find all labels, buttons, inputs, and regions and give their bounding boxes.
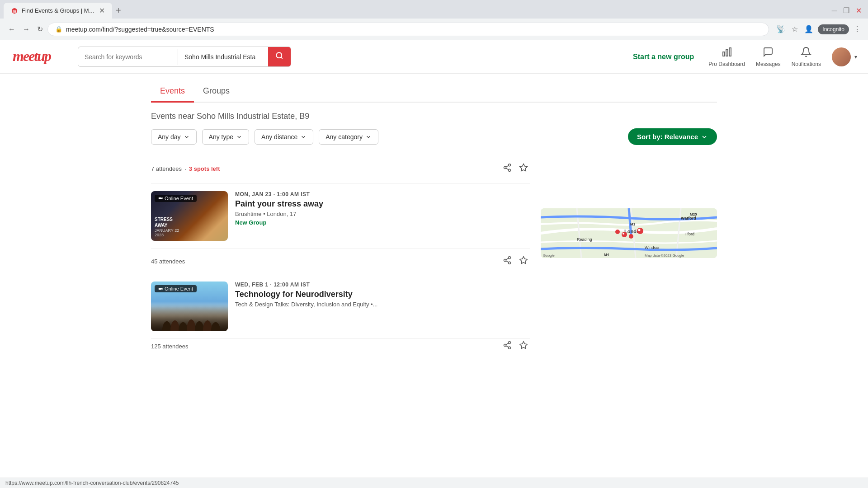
nav-pro-dashboard[interactable]: Pro Dashboard: [708, 47, 745, 67]
tab-close-icon[interactable]: ✕: [99, 6, 105, 15]
forward-button[interactable]: →: [20, 23, 33, 36]
new-tab-button[interactable]: +: [112, 4, 125, 18]
bookmark-button[interactable]: ☆: [790, 23, 800, 35]
main-content: Events Groups Events near Soho Mills Ind…: [140, 81, 728, 359]
sort-button[interactable]: Sort by: Relevance: [628, 128, 717, 145]
attendee-count: 7 attendees: [151, 165, 182, 172]
svg-text:m: m: [13, 9, 16, 13]
svg-text:M1: M1: [630, 222, 636, 226]
nav-messages[interactable]: Messages: [756, 47, 781, 67]
chart-icon: [722, 47, 732, 60]
browser-frame: m Find Events & Groups | Meetup ✕ + ─ ❐ …: [0, 0, 868, 40]
keyword-input[interactable]: [78, 49, 178, 65]
svg-point-51: [629, 234, 633, 239]
svg-point-26: [179, 322, 188, 331]
maximize-button[interactable]: ❐: [840, 5, 852, 17]
search-button[interactable]: [268, 47, 291, 66]
svg-point-33: [509, 347, 511, 349]
refresh-button[interactable]: ↻: [34, 22, 46, 36]
user-menu[interactable]: ▾: [832, 47, 857, 66]
lock-icon: 🔒: [55, 26, 62, 33]
image-date: JANUARY 222023: [155, 228, 179, 237]
table-row: 7 attendees · 3 spots left: [151, 154, 530, 184]
event-actions: [501, 161, 530, 176]
svg-text:M4: M4: [604, 253, 609, 257]
svg-rect-5: [723, 52, 725, 56]
svg-marker-23: [161, 288, 163, 290]
close-button[interactable]: ✕: [853, 5, 864, 17]
online-badge: Online Event: [155, 285, 197, 292]
event-date: MON, JAN 23 · 1:00 AM IST: [235, 191, 523, 197]
event-image: Online Event: [151, 282, 228, 331]
svg-point-24: [162, 321, 171, 331]
filter-type[interactable]: Any type: [202, 129, 249, 145]
minimize-button[interactable]: ─: [829, 5, 840, 17]
svg-text:Windsor: Windsor: [645, 245, 660, 250]
event-group[interactable]: New Group: [235, 219, 523, 226]
svg-point-49: [623, 233, 624, 235]
svg-line-20: [506, 258, 509, 259]
svg-line-4: [281, 57, 282, 58]
save-button[interactable]: [517, 254, 530, 269]
start-group-link[interactable]: Start a new group: [633, 53, 694, 61]
event-details: WED, FEB 1 · 12:00 AM IST Technology for…: [228, 282, 530, 331]
event-title[interactable]: Technology for Neurodiversity: [235, 290, 523, 299]
event-actions: [501, 254, 530, 269]
attendee-count: 125 attendees: [151, 343, 188, 350]
save-button[interactable]: [517, 161, 530, 176]
event-actions: [501, 339, 530, 354]
svg-point-16: [509, 257, 511, 259]
map-container[interactable]: M25 M4 M1 Watford London Reading Windsor…: [541, 208, 717, 258]
svg-point-27: [187, 319, 196, 331]
incognito-button[interactable]: Incognito: [818, 24, 849, 34]
browser-tab[interactable]: m Find Events & Groups | Meetup ✕: [4, 3, 112, 19]
cast-button[interactable]: 📡: [774, 23, 787, 35]
avatar-chevron-icon[interactable]: ▾: [854, 54, 857, 60]
event-footer-tech: 125 attendees: [151, 339, 530, 359]
share-button[interactable]: [501, 339, 514, 354]
spots-left: 3 spots left: [189, 165, 220, 172]
svg-point-18: [509, 262, 511, 264]
svg-line-11: [506, 168, 509, 169]
attendee-count: 45 attendees: [151, 258, 185, 265]
image-text: STRESSAWAY: [155, 216, 179, 228]
bell-icon: [801, 47, 811, 60]
tab-events[interactable]: Events: [151, 81, 194, 103]
svg-marker-13: [520, 164, 528, 171]
svg-point-47: [638, 229, 641, 231]
tab-groups[interactable]: Groups: [194, 81, 239, 103]
svg-line-34: [506, 346, 509, 347]
svg-point-48: [622, 232, 627, 237]
profile-button[interactable]: 👤: [802, 23, 815, 35]
svg-point-10: [509, 169, 511, 171]
svg-text:Map data ©2023 Google: Map data ©2023 Google: [645, 253, 684, 258]
filter-distance[interactable]: Any distance: [255, 129, 313, 145]
page-subtitle: Events near Soho Mills Industrial Estate…: [151, 112, 717, 121]
address-bar[interactable]: 🔒 meetup.com/find/?suggested=true&source…: [47, 23, 769, 36]
svg-point-8: [509, 164, 511, 166]
filter-category[interactable]: Any category: [319, 129, 378, 145]
svg-rect-7: [729, 48, 731, 56]
menu-button[interactable]: ⋮: [852, 23, 863, 35]
browser-actions: 📡 ☆ 👤 Incognito ⋮: [774, 23, 863, 35]
event-date: WED, FEB 1 · 12:00 AM IST: [235, 282, 523, 288]
filter-day[interactable]: Any day: [151, 129, 197, 145]
event-title[interactable]: Paint your stress away: [235, 199, 523, 209]
event-location: Brushtime • London, 17: [235, 211, 523, 217]
share-button[interactable]: [501, 254, 514, 269]
user-avatar[interactable]: [832, 47, 851, 66]
content-layout: 7 attendees · 3 spots left: [151, 154, 717, 359]
svg-point-17: [504, 259, 506, 262]
nav-notifications[interactable]: Notifications: [792, 47, 821, 67]
back-button[interactable]: ←: [5, 23, 18, 36]
browser-controls: ← → ↻ 🔒 meetup.com/find/?suggested=true&…: [0, 19, 868, 40]
save-button[interactable]: [517, 339, 530, 354]
svg-point-46: [637, 228, 643, 234]
svg-rect-14: [159, 197, 161, 199]
location-input[interactable]: Soho Mills Industrial Esta: [178, 49, 268, 65]
meetup-logo[interactable]: meetup: [11, 45, 65, 69]
meetup-app: meetup Soho Mills Industrial Esta Start …: [0, 40, 868, 359]
svg-point-9: [504, 167, 506, 169]
tab-title: Find Events & Groups | Meetup: [22, 7, 95, 14]
share-button[interactable]: [501, 161, 514, 176]
